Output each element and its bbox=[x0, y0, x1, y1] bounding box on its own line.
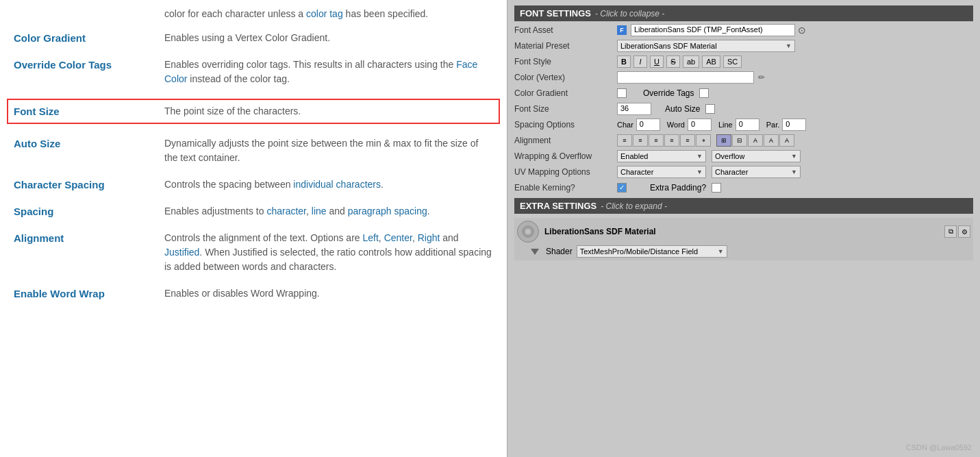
align-btn-A2[interactable]: A bbox=[764, 134, 779, 147]
wrapping-dropdown[interactable]: Enabled ▼ bbox=[617, 150, 706, 162]
style-btn-u[interactable]: U bbox=[650, 55, 664, 68]
font-asset-input[interactable]: LiberationSans SDF (TMP_FontAsset) bbox=[631, 24, 795, 36]
doc-row-auto-size: Auto Size Dynamically adjusts the point … bbox=[14, 136, 493, 165]
style-btn-b[interactable]: B bbox=[617, 55, 631, 68]
font-style-row: Font Style B I U S ab AB SC bbox=[514, 54, 973, 69]
font-style-buttons-container: B I U S ab AB SC bbox=[617, 55, 973, 68]
style-btn-ab[interactable]: ab bbox=[683, 55, 699, 68]
shader-dropdown[interactable]: TextMeshPro/Mobile/Distance Field ▼ bbox=[577, 245, 727, 258]
line-spacing-input[interactable]: 0 bbox=[736, 119, 759, 131]
material-preset-dropdown[interactable]: LiberationSans SDF Material ▼ bbox=[617, 40, 795, 52]
color-gradient-checkbox[interactable] bbox=[617, 88, 627, 98]
wrapping-arrow-icon: ▼ bbox=[696, 153, 703, 160]
font-size-input[interactable]: 36 bbox=[617, 103, 651, 115]
enable-kerning-checkbox[interactable] bbox=[617, 183, 627, 193]
desc-color-gradient: Enables using a Vertex Color Gradient. bbox=[164, 31, 493, 45]
spacing-options-label: Spacing Options bbox=[514, 120, 617, 129]
doc-row-enable-word-wrap: Enable Word Wrap Enables or disables Wor… bbox=[14, 286, 493, 301]
center-link[interactable]: Center bbox=[384, 232, 412, 243]
font-asset-circle-btn[interactable]: ⊙ bbox=[798, 25, 806, 36]
paragraph-link[interactable]: paragraph spacing bbox=[348, 206, 427, 217]
extra-padding-checkbox[interactable] bbox=[712, 183, 721, 193]
align-btn-flush[interactable]: ≡ bbox=[680, 134, 695, 147]
term-auto-size: Auto Size bbox=[14, 136, 164, 149]
term-character-spacing: Character Spacing bbox=[14, 177, 164, 190]
term-font-size: Font Size bbox=[14, 104, 164, 117]
align-btn-top-left[interactable]: ⊞ bbox=[716, 134, 731, 147]
color-gradient-label: Color Gradient bbox=[514, 88, 617, 98]
style-btn-sc[interactable]: SC bbox=[723, 55, 742, 68]
color-vertex-label: Color (Vertex) bbox=[514, 73, 617, 82]
par-spacing-input[interactable]: 0 bbox=[782, 119, 806, 131]
doc-row-alignment: Alignment Controls the alignment of the … bbox=[14, 231, 493, 274]
alignment-btns-container: ≡ ≡ ≡ ≡ ≡ ⌖ ⊞ ⊟ A A A bbox=[617, 134, 973, 147]
color-gradient-value-container: Override Tags bbox=[617, 88, 973, 98]
doc-row-color-gradient: Color Gradient Enables using a Vertex Co… bbox=[14, 31, 493, 45]
desc-alignment: Controls the alignment of the text. Opti… bbox=[164, 231, 493, 274]
font-settings-header[interactable]: FONT SETTINGS - Click to collapse - bbox=[514, 5, 973, 21]
doc-row-font-size: Font Size The point size of the characte… bbox=[7, 99, 500, 124]
shader-row: Shader TextMeshPro/Mobile/Distance Field… bbox=[517, 245, 970, 258]
align-btn-top-center[interactable]: ⊟ bbox=[732, 134, 747, 147]
uv-char2-arrow-icon: ▼ bbox=[791, 169, 797, 175]
term-enable-word-wrap: Enable Word Wrap bbox=[14, 286, 164, 299]
color-vertex-pencil-icon[interactable]: ✏ bbox=[758, 73, 765, 82]
term-override-color-tags: Override Color Tags bbox=[14, 58, 164, 71]
style-btn-s[interactable]: S bbox=[666, 55, 680, 68]
style-btn-ab-upper[interactable]: AB bbox=[702, 55, 720, 68]
material-preset-label: Material Preset bbox=[514, 41, 617, 51]
align-btn-center[interactable]: ≡ bbox=[633, 134, 648, 147]
word-spacing-group: Word 0 bbox=[667, 119, 712, 131]
face-color-link[interactable]: Face Color bbox=[164, 59, 477, 84]
color-vertex-row: Color (Vertex) ✏ bbox=[514, 70, 973, 85]
right-link[interactable]: Right bbox=[418, 232, 440, 243]
material-settings-btn[interactable]: ⚙ bbox=[958, 225, 970, 238]
color-tag-link[interactable]: color tag bbox=[306, 8, 343, 19]
shader-triangle-icon[interactable] bbox=[531, 249, 539, 255]
align-btn-left[interactable]: ≡ bbox=[617, 134, 632, 147]
shader-value: TextMeshPro/Mobile/Distance Field bbox=[580, 247, 698, 256]
font-asset-row: Font Asset F LiberationSans SDF (TMP_Fon… bbox=[514, 23, 973, 38]
align-btn-right[interactable]: ≡ bbox=[649, 134, 664, 147]
uv-char-arrow-icon: ▼ bbox=[696, 169, 703, 175]
uv-char2-dropdown[interactable]: Character ▼ bbox=[712, 166, 801, 178]
font-settings-title: FONT SETTINGS bbox=[520, 8, 591, 18]
uv-char-value: Character bbox=[620, 168, 653, 176]
left-link[interactable]: Left bbox=[363, 232, 379, 243]
style-btn-i[interactable]: I bbox=[633, 55, 647, 68]
inspector-panel: FONT SETTINGS - Click to collapse - Font… bbox=[507, 0, 980, 457]
align-btn-geo[interactable]: ⌖ bbox=[696, 134, 711, 147]
align-btn-A3[interactable]: A bbox=[779, 134, 794, 147]
color-vertex-value-container: ✏ bbox=[617, 71, 973, 84]
wrapping-overflow-row: Wrapping & Overflow Enabled ▼ Overflow ▼ bbox=[514, 149, 973, 164]
doc-note-text: color for each character unless a color … bbox=[164, 8, 428, 19]
enable-kerning-label: Enable Kerning? bbox=[514, 183, 617, 193]
shader-label: Shader bbox=[546, 247, 573, 256]
line-link[interactable]: line bbox=[312, 206, 327, 217]
spacing-options-value-container: Char 0 Word 0 Line 0 Par. 0 bbox=[617, 119, 973, 131]
overflow-dropdown[interactable]: Overflow ▼ bbox=[712, 150, 801, 162]
override-tags-label: Override Tags bbox=[643, 88, 694, 98]
color-vertex-swatch[interactable] bbox=[617, 71, 754, 84]
extra-padding-label: Extra Padding? bbox=[650, 183, 706, 193]
extra-settings-header[interactable]: EXTRA SETTINGS - Click to expand - bbox=[514, 198, 973, 214]
doc-panel: color for each character unless a color … bbox=[0, 0, 507, 457]
material-header: LiberationSans SDF Material ⧉ ⚙ bbox=[517, 221, 970, 243]
auto-size-checkbox[interactable] bbox=[705, 104, 715, 114]
material-copy-btn[interactable]: ⧉ bbox=[944, 225, 957, 238]
override-tags-checkbox[interactable] bbox=[699, 88, 709, 98]
uv-char-dropdown[interactable]: Character ▼ bbox=[617, 166, 706, 178]
doc-row-character-spacing: Character Spacing Controls the spacing b… bbox=[14, 177, 493, 192]
justified-link[interactable]: Justified bbox=[164, 247, 199, 258]
term-alignment: Alignment bbox=[14, 231, 164, 244]
word-spacing-input[interactable]: 0 bbox=[688, 119, 712, 131]
individual-chars-link[interactable]: individual characters bbox=[293, 179, 381, 190]
char-spacing-input[interactable]: 0 bbox=[636, 119, 660, 131]
character-link[interactable]: character bbox=[266, 206, 306, 217]
uv-mapping-label: UV Mapping Options bbox=[514, 167, 617, 177]
align-btn-A1[interactable]: A bbox=[748, 134, 763, 147]
align-btn-justified[interactable]: ≡ bbox=[664, 134, 679, 147]
par-label: Par. bbox=[766, 121, 780, 129]
alignment-row: Alignment ≡ ≡ ≡ ≡ ≡ ⌖ ⊞ ⊟ A A A bbox=[514, 133, 973, 148]
overflow-value: Overflow bbox=[715, 152, 744, 160]
